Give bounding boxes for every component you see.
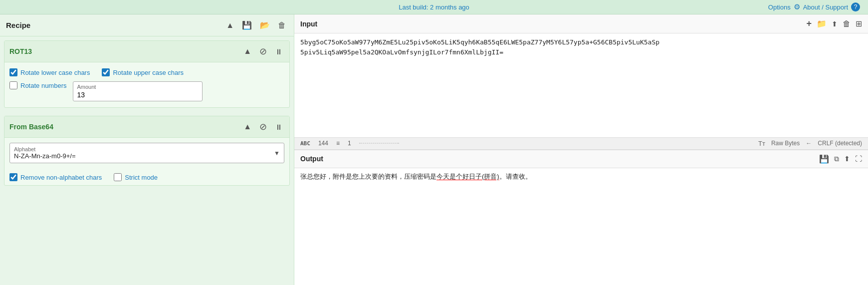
output-fullscreen-icon[interactable]: ⛶ xyxy=(855,155,862,163)
recipe-folder-icon[interactable]: 📂 xyxy=(258,19,272,31)
remove-nonalphabet-input[interactable] xyxy=(9,173,17,181)
rotate-lower-label: Rotate lower case chars xyxy=(20,69,90,76)
rotate-lower-input[interactable] xyxy=(9,68,17,76)
input-text-line1: 5byg5oC75oKo5aW977yM6ZmE5Lu25piv5oKo5LiK… xyxy=(300,38,659,46)
remove-strict-row: Remove non-alphabet chars Strict mode xyxy=(4,168,289,185)
from-base64-disable-icon[interactable]: ⊘ xyxy=(257,120,269,133)
right-panel: Input + 📁 ⬆ 🗑 ⊞ 5byg5oC75oKo5aW977yM6ZmE… xyxy=(294,14,868,285)
alphabet-dropdown-icon[interactable]: ▼ xyxy=(274,150,280,157)
recipe-header-icons: ▲ 💾 📂 🗑 xyxy=(224,19,288,31)
rotate-upper-checkbox[interactable]: Rotate upper case chars xyxy=(102,68,184,76)
rot13-body: Rotate lower case chars Rotate upper cas… xyxy=(4,62,289,107)
remove-nonalphabet-label: Remove non-alphabet chars xyxy=(20,174,102,181)
recipe-header: Recipe ▲ 💾 📂 🗑 xyxy=(0,14,294,36)
recipe-save-icon[interactable]: 💾 xyxy=(240,19,254,31)
from-base64-header: From Base64 ▲ ⊘ ⏸ xyxy=(4,116,289,138)
status-lines-icon: ≡ xyxy=(336,140,340,147)
top-bar: Last build: 2 months ago Options ⚙ About… xyxy=(0,0,868,14)
input-load-icon[interactable]: ⬆ xyxy=(832,20,838,28)
recipe-collapse-icon[interactable]: ▲ xyxy=(224,20,236,31)
output-popout-icon[interactable]: ⬆ xyxy=(844,155,850,163)
output-header: Output 💾 ⧉ ⬆ ⛶ xyxy=(294,150,868,168)
input-text-line2: 5piv5Liq5aW95pel5a2QKOaLvOmfsynjgILor7fm… xyxy=(300,48,503,56)
top-bar-right: Options ⚙ About / Support ? xyxy=(768,2,860,11)
alphabet-value: N-ZA-Mn-za-m0-9+/= xyxy=(14,152,76,160)
input-icons: + 📁 ⬆ 🗑 ⊞ xyxy=(806,18,862,29)
rotate-upper-label: Rotate upper case chars xyxy=(113,69,184,76)
status-bar-right: Tт Raw Bytes ← CRLF (detected) xyxy=(758,140,862,147)
amount-input[interactable] xyxy=(77,91,198,99)
rotate-numbers-input[interactable] xyxy=(9,81,17,89)
alphabet-select[interactable]: Alphabet N-ZA-Mn-za-m0-9+/= ▼ xyxy=(9,143,284,163)
rotate-numbers-label: Rotate numbers xyxy=(20,82,67,89)
output-save-icon[interactable]: 💾 xyxy=(819,154,829,164)
from-base64-header-icons: ▲ ⊘ ⏸ xyxy=(241,120,284,133)
from-base64-pause-icon[interactable]: ⏸ xyxy=(273,122,284,132)
crlf-label[interactable]: CRLF (detected) xyxy=(818,140,862,147)
alphabet-row: Alphabet N-ZA-Mn-za-m0-9+/= ▼ xyxy=(4,138,289,168)
output-text-prefix: 张总您好，附件是您上次要的资料，压缩密码是 xyxy=(300,173,436,180)
input-section: Input + 📁 ⬆ 🗑 ⊞ 5byg5oC75oKo5aW977yM6ZmE… xyxy=(294,14,868,150)
rotate-numbers-checkbox[interactable]: Rotate numbers xyxy=(9,81,67,89)
input-content: 5byg5oC75oKo5aW977yM6ZmE5Lu25piv5oKo5LiK… xyxy=(294,33,868,137)
output-title: Output xyxy=(300,155,819,163)
output-text-underlined: 今天是个好日子(拼音) xyxy=(436,173,499,180)
gear-icon[interactable]: ⚙ xyxy=(794,2,800,11)
alphabet-label: Alphabet xyxy=(14,146,270,152)
options-link[interactable]: Options xyxy=(768,3,791,11)
amount-label: Amount xyxy=(77,84,198,90)
strict-mode-checkbox[interactable]: Strict mode xyxy=(114,173,158,181)
output-text-suffix: 。请查收。 xyxy=(499,173,532,180)
raw-bytes-label[interactable]: Raw Bytes xyxy=(771,140,800,147)
rotate-lower-checkbox[interactable]: Rotate lower case chars xyxy=(9,68,90,76)
input-trash-icon[interactable]: 🗑 xyxy=(843,19,851,28)
last-build-text: Last build: 2 months ago xyxy=(399,3,469,11)
status-abc-icon: ABC xyxy=(300,140,310,147)
rot13-header-icons: ▲ ⊘ ⏸ xyxy=(241,45,284,58)
rot13-pause-icon[interactable]: ⏸ xyxy=(273,46,284,57)
input-status-bar: ABC 144 ≡ 1 Tт Raw Bytes ← CRLF (detecte… xyxy=(294,137,868,150)
rot13-header: ROT13 ▲ ⊘ ⏸ xyxy=(4,41,289,62)
rot13-collapse-icon[interactable]: ▲ xyxy=(241,46,253,57)
raw-bytes-icon: Tт xyxy=(758,140,765,147)
strict-mode-input[interactable] xyxy=(114,173,122,181)
input-add-icon[interactable]: + xyxy=(806,18,812,29)
from-base64-collapse-icon[interactable]: ▲ xyxy=(241,121,253,132)
about-support-link[interactable]: About / Support xyxy=(803,3,848,11)
remove-nonalphabet-checkbox[interactable]: Remove non-alphabet chars xyxy=(9,173,102,181)
input-header: Input + 📁 ⬆ 🗑 ⊞ xyxy=(294,14,868,33)
from-base64-title: From Base64 xyxy=(9,123,241,131)
status-lines: 1 xyxy=(348,140,351,147)
amount-field: Amount xyxy=(73,81,203,101)
recipe-trash-icon[interactable]: 🗑 xyxy=(276,20,288,31)
rot13-title: ROT13 xyxy=(9,47,241,55)
rotate-chars-row: Rotate lower case chars Rotate upper cas… xyxy=(9,68,284,76)
main-layout: Recipe ▲ 💾 📂 🗑 ROT13 ▲ ⊘ ⏸ xyxy=(0,14,868,285)
crlf-icon: ← xyxy=(806,140,812,147)
output-section: Output 💾 ⧉ ⬆ ⛶ 张总您好，附件是您上次要的资料，压缩密码是今天是个… xyxy=(294,150,868,285)
strict-mode-label: Strict mode xyxy=(125,174,158,181)
status-chars: 144 xyxy=(318,140,328,147)
rot13-disable-icon[interactable]: ⊘ xyxy=(257,45,269,58)
recipe-title: Recipe xyxy=(6,21,224,29)
output-copy-icon[interactable]: ⧉ xyxy=(834,155,839,163)
output-icons: 💾 ⧉ ⬆ ⛶ xyxy=(819,154,862,164)
input-split-icon[interactable]: ⊞ xyxy=(856,19,862,28)
left-panel: Recipe ▲ 💾 📂 🗑 ROT13 ▲ ⊘ ⏸ xyxy=(0,14,294,285)
from-base64-section: From Base64 ▲ ⊘ ⏸ Alphabet N-ZA-Mn-za-m0… xyxy=(4,116,290,186)
rotate-numbers-amount-row: Rotate numbers Amount xyxy=(9,81,284,101)
help-icon[interactable]: ? xyxy=(851,2,860,11)
output-content: 张总您好，附件是您上次要的资料，压缩密码是今天是个好日子(拼音)。请查收。 xyxy=(294,168,868,285)
rotate-upper-input[interactable] xyxy=(102,68,110,76)
input-folder-icon[interactable]: 📁 xyxy=(817,19,827,28)
rot13-section: ROT13 ▲ ⊘ ⏸ Rotate lower case chars Rota… xyxy=(4,40,290,108)
input-title: Input xyxy=(300,20,806,28)
